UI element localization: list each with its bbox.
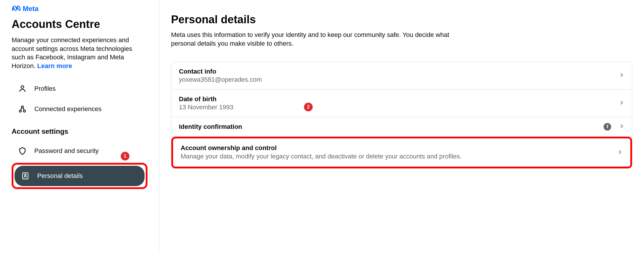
row-identity-confirmation[interactable]: Identity confirmation f 2: [171, 117, 632, 137]
settings-list: Contact info yoxewa3581@operades.com Dat…: [171, 62, 632, 169]
sidebar-section-heading: Account settings: [12, 127, 147, 136]
annotation-highlight-2: Account ownership and control Manage you…: [171, 137, 632, 168]
page-title: Personal details: [171, 13, 632, 26]
facebook-icon: f: [604, 123, 611, 131]
sidebar-item-label: Personal details: [37, 172, 83, 180]
meta-brand-text: Meta: [23, 5, 39, 13]
row-title: Identity confirmation: [179, 123, 604, 131]
id-card-icon: [21, 172, 30, 180]
svg-point-0: [21, 85, 24, 88]
chevron-right-icon: [617, 149, 623, 156]
row-title: Account ownership and control: [181, 144, 617, 152]
page-description: Meta uses this information to verify you…: [171, 31, 456, 48]
row-value: 13 November 1993: [179, 104, 619, 111]
row-title: Contact info: [179, 68, 619, 75]
sidebar-title: Accounts Centre: [12, 18, 147, 31]
row-description: Manage your data, modify your legacy con…: [181, 152, 617, 161]
sidebar-description: Manage your connected experiences and ac…: [12, 36, 147, 70]
row-date-of-birth[interactable]: Date of birth 13 November 1993: [171, 90, 632, 117]
sidebar-item-label: Password and security: [34, 147, 99, 155]
sidebar-item-label: Connected experiences: [34, 105, 102, 113]
sidebar: Meta Accounts Centre Manage your connect…: [0, 0, 159, 253]
row-content: Identity confirmation: [179, 123, 604, 131]
svg-point-1: [19, 110, 22, 112]
learn-more-link[interactable]: Learn more: [37, 62, 72, 70]
person-icon: [18, 84, 27, 93]
main-content: Personal details Meta uses this informat…: [159, 0, 644, 253]
row-content: Date of birth 13 November 1993: [179, 95, 619, 111]
row-contact-info[interactable]: Contact info yoxewa3581@operades.com: [171, 62, 632, 90]
sidebar-item-label: Profiles: [34, 85, 56, 92]
row-title: Date of birth: [179, 95, 619, 103]
chevron-right-icon: [619, 100, 625, 107]
row-icons: f: [604, 123, 625, 131]
chevron-right-icon: [619, 72, 625, 79]
row-content: Contact info yoxewa3581@operades.com: [179, 68, 619, 83]
row-account-ownership[interactable]: Account ownership and control Manage you…: [173, 138, 630, 167]
sidebar-item-connected-experiences[interactable]: Connected experiences: [12, 99, 147, 119]
svg-point-2: [24, 110, 26, 112]
sidebar-item-personal-details[interactable]: Personal details: [15, 166, 145, 186]
row-value: yoxewa3581@operades.com: [179, 76, 619, 83]
sidebar-item-profiles[interactable]: Profiles: [12, 79, 147, 99]
connected-icon: [18, 105, 27, 113]
annotation-badge-1: 1: [121, 152, 129, 161]
annotation-highlight-1: 1 Personal details: [12, 163, 147, 189]
meta-logo-icon: [12, 5, 21, 13]
svg-point-5: [24, 174, 26, 176]
shield-icon: [18, 147, 27, 155]
row-content: Account ownership and control Manage you…: [181, 144, 617, 161]
chevron-right-icon: [619, 123, 625, 130]
meta-brand: Meta: [12, 5, 147, 13]
